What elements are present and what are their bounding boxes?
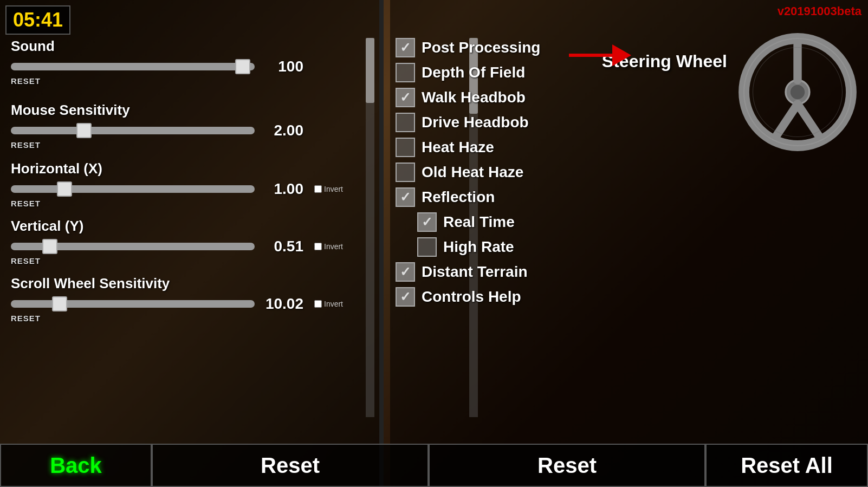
right-settings-container: Post Processing Depth Of Field Walk Head… xyxy=(396,38,721,312)
scroll-wheel-label: Scroll Wheel Sensitivity xyxy=(11,275,379,292)
horizontal-reset-button[interactable]: RESET xyxy=(11,199,379,208)
vertical-value: 0.51 xyxy=(260,238,303,255)
high-rate-checkbox[interactable] xyxy=(417,237,437,257)
mouse-sensitivity-slider-thumb[interactable] xyxy=(76,123,92,138)
drive-headbob-label: Drive Headbob xyxy=(422,114,529,131)
scroll-wheel-value: 10.02 xyxy=(260,295,303,313)
horizontal-setting: Horizontal (X) 1.00 Invert RESET xyxy=(11,160,379,208)
depth-of-field-checkbox[interactable] xyxy=(396,63,415,82)
sound-setting: Sound 100 RESET xyxy=(11,38,379,86)
high-rate-row: High Rate xyxy=(396,237,721,257)
scroll-wheel-setting: Scroll Wheel Sensitivity 10.02 Invert RE… xyxy=(11,275,379,323)
scroll-wheel-reset-button[interactable]: RESET xyxy=(11,314,379,323)
reset-all-button[interactable]: Reset All xyxy=(705,444,868,487)
reset-left-button[interactable]: Reset xyxy=(152,444,429,487)
mouse-sensitivity-value: 2.00 xyxy=(260,122,303,139)
scroll-wheel-invert-checkbox[interactable] xyxy=(314,300,322,308)
post-processing-label: Post Processing xyxy=(422,39,540,56)
svg-line-4 xyxy=(774,104,798,140)
reset-right-button[interactable]: Reset xyxy=(429,444,705,487)
depth-of-field-label: Depth Of Field xyxy=(422,64,525,81)
sound-reset-button[interactable]: RESET xyxy=(11,76,379,86)
sound-slider-thumb[interactable] xyxy=(235,59,250,74)
vertical-label: Vertical (Y) xyxy=(11,218,379,235)
reflection-label: Reflection xyxy=(422,189,495,206)
sound-label: Sound xyxy=(11,38,379,55)
scroll-wheel-slider-track[interactable] xyxy=(11,300,255,308)
drive-headbob-checkbox[interactable] xyxy=(396,113,415,132)
vertical-invert-checkbox[interactable] xyxy=(314,243,322,250)
vertical-invert-label[interactable]: Invert xyxy=(314,242,343,251)
vertical-reset-button[interactable]: RESET xyxy=(11,256,379,265)
steering-wheel-svg xyxy=(738,33,857,152)
svg-line-5 xyxy=(798,104,821,140)
horizontal-value: 1.00 xyxy=(260,180,303,198)
drive-headbob-row: Drive Headbob xyxy=(396,113,721,132)
heat-haze-checkbox[interactable] xyxy=(396,138,415,157)
walk-headbob-checkbox[interactable] xyxy=(396,88,415,107)
panel-divider xyxy=(379,0,384,487)
horizontal-invert-label[interactable]: Invert xyxy=(314,185,343,193)
real-time-checkbox[interactable] xyxy=(417,212,437,232)
timer-display: 05:41 xyxy=(5,5,70,35)
heat-haze-label: Heat Haze xyxy=(422,139,494,156)
post-processing-checkbox[interactable] xyxy=(396,38,415,57)
version-label: v20191003beta xyxy=(778,4,861,18)
scroll-wheel-invert-label[interactable]: Invert xyxy=(314,300,343,308)
scroll-wheel-slider-thumb[interactable] xyxy=(52,296,67,311)
back-button[interactable]: Back xyxy=(0,444,152,487)
distant-terrain-label: Distant Terrain xyxy=(422,263,528,281)
left-scrollbar[interactable] xyxy=(366,38,374,417)
high-rate-label: High Rate xyxy=(443,238,514,256)
old-heat-haze-label: Old Heat Haze xyxy=(422,164,523,181)
steering-wheel-image xyxy=(738,33,857,152)
horizontal-invert-text: Invert xyxy=(324,185,343,193)
old-heat-haze-row: Old Heat Haze xyxy=(396,163,721,182)
old-heat-haze-checkbox[interactable] xyxy=(396,163,415,182)
vertical-slider-thumb[interactable] xyxy=(42,239,57,254)
horizontal-slider-thumb[interactable] xyxy=(57,181,72,197)
bottom-bar: Back Reset Reset Reset All xyxy=(0,444,868,487)
horizontal-label: Horizontal (X) xyxy=(11,160,379,177)
mouse-sensitivity-reset-button[interactable]: RESET xyxy=(11,140,379,150)
reflection-checkbox[interactable] xyxy=(396,187,415,207)
horizontal-slider-track[interactable] xyxy=(11,185,255,193)
sound-value: 100 xyxy=(260,58,303,75)
depth-of-field-row: Depth Of Field xyxy=(396,63,721,82)
scroll-wheel-invert-text: Invert xyxy=(324,300,343,308)
left-scrollbar-thumb[interactable] xyxy=(366,38,374,103)
controls-help-label: Controls Help xyxy=(422,288,521,306)
post-processing-row: Post Processing xyxy=(396,38,721,57)
distant-terrain-checkbox[interactable] xyxy=(396,262,415,282)
vertical-setting: Vertical (Y) 0.51 Invert RESET xyxy=(11,218,379,265)
real-time-row: Real Time xyxy=(396,212,721,232)
mouse-sensitivity-slider-track[interactable] xyxy=(11,127,255,134)
sound-slider-track[interactable] xyxy=(11,63,255,70)
vertical-invert-text: Invert xyxy=(324,242,343,251)
mouse-sensitivity-setting: Mouse Sensitivity 2.00 RESET xyxy=(11,102,379,150)
heat-haze-row: Heat Haze xyxy=(396,138,721,157)
controls-help-checkbox[interactable] xyxy=(396,287,415,307)
walk-headbob-row: Walk Headbob xyxy=(396,88,721,107)
real-time-label: Real Time xyxy=(443,213,515,231)
svg-point-2 xyxy=(791,85,805,99)
controls-help-row: Controls Help xyxy=(396,287,721,307)
distant-terrain-row: Distant Terrain xyxy=(396,262,721,282)
walk-headbob-label: Walk Headbob xyxy=(422,89,526,106)
left-settings-container: Sound 100 RESET Mouse Sensitivity 2.00 R… xyxy=(11,38,379,333)
mouse-sensitivity-label: Mouse Sensitivity xyxy=(11,102,379,119)
vertical-slider-track[interactable] xyxy=(11,243,255,250)
reflection-row: Reflection xyxy=(396,187,721,207)
horizontal-invert-checkbox[interactable] xyxy=(314,185,322,193)
